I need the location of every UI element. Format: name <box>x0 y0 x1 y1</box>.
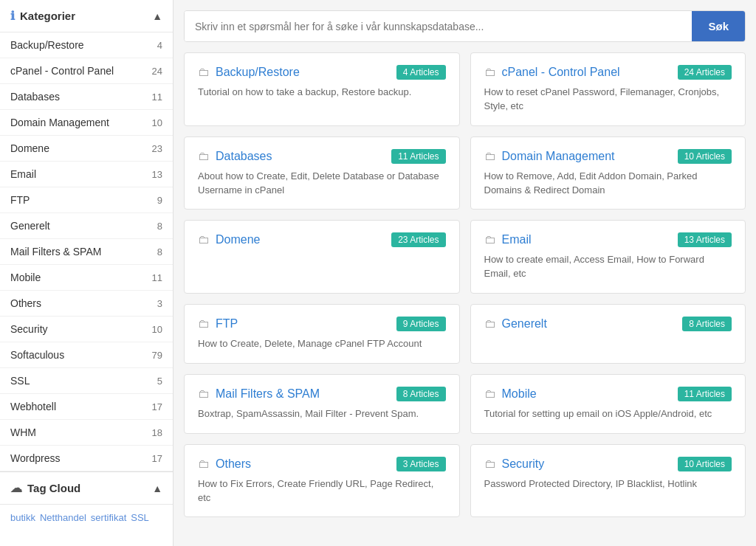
card-badge: 3 Articles <box>396 457 446 471</box>
category-card[interactable]: 🗀 Generelt 8 Articles <box>470 304 746 364</box>
sidebar-item-count: 8 <box>157 221 162 232</box>
category-card[interactable]: 🗀 Mail Filters & SPAM 8 Articles Boxtrap… <box>184 374 460 434</box>
sidebar-item[interactable]: Wordpress17 <box>0 446 173 471</box>
card-title: Domain Management <box>502 150 615 163</box>
sidebar-item[interactable]: FTP9 <box>0 187 173 213</box>
sidebar-item-label: FTP <box>10 194 30 206</box>
card-header: 🗀 Security 10 Articles <box>484 457 732 471</box>
category-card[interactable]: 🗀 Mobile 11 Articles Tutorial for settin… <box>470 374 746 434</box>
card-desc: Tutorial on how to take a backup, Restor… <box>198 86 446 100</box>
category-card[interactable]: 🗀 Domain Management 10 Articles How to R… <box>470 136 746 210</box>
sidebar-item[interactable]: Mail Filters & SPAM8 <box>0 239 173 265</box>
card-title: Domene <box>216 233 260 246</box>
card-badge: 8 Articles <box>682 317 732 331</box>
sidebar-item[interactable]: Softaculous79 <box>0 342 173 368</box>
sidebar-item-label: Generelt <box>10 220 50 232</box>
card-badge: 10 Articles <box>678 457 732 471</box>
card-desc: How to reset cPanel Password, Filemanage… <box>484 86 732 114</box>
category-card[interactable]: 🗀 FTP 9 Articles How to Create, Delete, … <box>184 304 460 364</box>
sidebar-item[interactable]: WHM18 <box>0 420 173 446</box>
sidebar-item-label: Security <box>10 323 48 335</box>
category-card[interactable]: 🗀 cPanel - Control Panel 24 Articles How… <box>470 52 746 126</box>
folder-icon: 🗀 <box>484 150 496 163</box>
categories-header: ℹ Kategorier ▲ <box>0 0 173 32</box>
card-header: 🗀 Mobile 11 Articles <box>484 387 732 401</box>
sidebar-item-count: 4 <box>157 40 162 51</box>
sidebar-item-label: Mobile <box>10 272 41 283</box>
sidebar-item-count: 10 <box>152 117 162 128</box>
card-title-row: 🗀 Domene <box>198 233 260 246</box>
card-title-row: 🗀 Mail Filters & SPAM <box>198 387 320 401</box>
card-header: 🗀 Mail Filters & SPAM 8 Articles <box>198 387 446 401</box>
category-card[interactable]: 🗀 Security 10 Articles Password Protecte… <box>470 444 746 518</box>
category-card[interactable]: 🗀 Email 13 Articles How to create email,… <box>470 220 746 294</box>
card-title-row: 🗀 Email <box>484 233 532 246</box>
card-header: 🗀 Databases 11 Articles <box>198 149 446 164</box>
sidebar-item[interactable]: Generelt8 <box>0 213 173 239</box>
card-desc: How to Remove, Add, Edit Addon Domain, P… <box>484 170 732 198</box>
folder-icon: 🗀 <box>484 66 496 79</box>
sidebar-item[interactable]: Email13 <box>0 162 173 187</box>
folder-icon: 🗀 <box>484 457 496 471</box>
sidebar-item[interactable]: cPanel - Control Panel24 <box>0 58 173 84</box>
tag-cloud-link[interactable]: butikk <box>10 512 35 523</box>
sidebar-item-label: Softaculous <box>10 349 64 361</box>
categories-chevron-icon[interactable]: ▲ <box>152 10 162 22</box>
tag-cloud-link[interactable]: sertifikat <box>91 512 126 523</box>
card-title: cPanel - Control Panel <box>502 66 620 79</box>
tag-cloud-chevron-icon[interactable]: ▲ <box>152 483 162 494</box>
card-title: Mail Filters & SPAM <box>216 387 320 401</box>
tag-cloud-label: Tag Cloud <box>27 482 80 494</box>
card-title-row: 🗀 Backup/Restore <box>198 66 300 79</box>
card-header: 🗀 Domene 23 Articles <box>198 232 446 247</box>
sidebar-item-count: 13 <box>152 169 162 180</box>
sidebar-item[interactable]: Security10 <box>0 317 173 342</box>
card-badge: 11 Articles <box>678 387 732 401</box>
sidebar-item-label: Mail Filters & SPAM <box>10 246 101 258</box>
card-desc: How to Fix Errors, Create Friendly URL, … <box>198 477 446 505</box>
sidebar-item[interactable]: Others3 <box>0 291 173 317</box>
card-header: 🗀 Generelt 8 Articles <box>484 317 732 331</box>
tag-cloud-link[interactable]: SSL <box>131 512 149 523</box>
sidebar-item-label: Wordpress <box>10 452 60 464</box>
sidebar-item-label: Email <box>10 168 36 180</box>
sidebar-item-count: 11 <box>152 272 162 283</box>
sidebar-item[interactable]: Domene23 <box>0 136 173 162</box>
card-title: Security <box>502 457 545 471</box>
card-title: Databases <box>216 150 272 163</box>
tag-cloud-content: butikkNetthandelsertifikatSSL <box>0 505 173 531</box>
card-title-row: 🗀 FTP <box>198 317 238 331</box>
card-badge: 11 Articles <box>391 149 445 164</box>
sidebar-item[interactable]: Domain Management10 <box>0 110 173 136</box>
card-title: Others <box>216 457 251 471</box>
tag-cloud-link[interactable]: Netthandel <box>40 512 86 523</box>
search-button[interactable]: Søk <box>692 11 745 41</box>
card-badge: 13 Articles <box>678 232 732 247</box>
cards-grid: 🗀 Backup/Restore 4 Articles Tutorial on … <box>184 52 746 517</box>
category-card[interactable]: 🗀 Others 3 Articles How to Fix Errors, C… <box>184 444 460 518</box>
category-card[interactable]: 🗀 Databases 11 Articles About how to Cre… <box>184 136 460 210</box>
sidebar-item[interactable]: Backup/Restore4 <box>0 32 173 58</box>
card-title: Generelt <box>502 317 547 331</box>
folder-icon: 🗀 <box>198 233 210 246</box>
sidebar-item[interactable]: SSL5 <box>0 368 173 394</box>
sidebar-item[interactable]: Webhotell17 <box>0 394 173 420</box>
card-badge: 24 Articles <box>678 65 732 80</box>
sidebar-item[interactable]: Databases11 <box>0 84 173 110</box>
card-title: Backup/Restore <box>216 66 300 79</box>
card-desc: Boxtrap, SpamAssassin, Mail Filter - Pre… <box>198 407 446 421</box>
category-card[interactable]: 🗀 Backup/Restore 4 Articles Tutorial on … <box>184 52 460 126</box>
card-title-row: 🗀 Others <box>198 457 251 471</box>
card-badge: 9 Articles <box>396 317 446 331</box>
folder-icon: 🗀 <box>484 233 496 246</box>
folder-icon: 🗀 <box>198 387 210 401</box>
sidebar-item-count: 8 <box>157 246 162 258</box>
sidebar-item[interactable]: Mobile11 <box>0 265 173 291</box>
card-title-row: 🗀 cPanel - Control Panel <box>484 66 620 79</box>
card-title: Email <box>502 233 532 246</box>
sidebar-item-count: 24 <box>152 66 162 77</box>
category-card[interactable]: 🗀 Domene 23 Articles <box>184 220 460 294</box>
sidebar-item-label: Others <box>10 297 41 309</box>
card-header: 🗀 Backup/Restore 4 Articles <box>198 65 446 80</box>
search-input[interactable] <box>185 11 692 41</box>
